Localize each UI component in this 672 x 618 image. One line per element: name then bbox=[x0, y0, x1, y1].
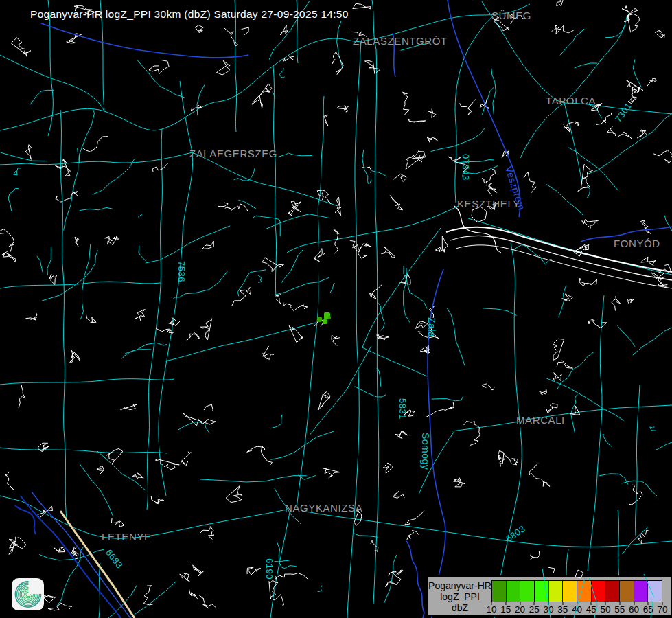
radar-basemap bbox=[0, 0, 672, 618]
legend-color-cell bbox=[605, 580, 620, 602]
legend-tick: 20 bbox=[515, 602, 525, 615]
legend-tick: 30 bbox=[543, 602, 553, 615]
legend-color-cell bbox=[534, 580, 549, 602]
legend-panel: Poganyvar-HR logZ_PPI dbZ 10152025303540… bbox=[427, 575, 672, 617]
legend-color-cell bbox=[634, 580, 649, 602]
legend-product-info: Poganyvar-HR logZ_PPI dbZ bbox=[428, 577, 491, 615]
main-road-network bbox=[0, 0, 672, 618]
legend-color-cells bbox=[491, 580, 662, 602]
legend-tick: 50 bbox=[600, 602, 610, 615]
legend-color-cell bbox=[548, 580, 564, 602]
settlement-outlines bbox=[0, 0, 672, 610]
legend-tick: 70 bbox=[657, 602, 667, 615]
legend-color-cell bbox=[520, 580, 535, 602]
legend-color-cell bbox=[619, 580, 634, 602]
legend-tick: 60 bbox=[629, 602, 639, 615]
legend-tick-labels: 10152025303540455055606570 bbox=[491, 602, 662, 616]
legend-color-cell bbox=[506, 580, 521, 602]
legend-color-scale: 10152025303540455055606570 bbox=[491, 577, 662, 615]
minor-road-network bbox=[1, 0, 672, 618]
balaton-shoreline bbox=[446, 206, 672, 288]
weather-service-spiral-logo bbox=[12, 578, 44, 610]
legend-color-cell bbox=[577, 580, 592, 602]
legend-tick: 10 bbox=[486, 602, 496, 615]
legend-tick: 25 bbox=[529, 602, 540, 615]
legend-tick: 40 bbox=[572, 602, 582, 615]
legend-color-cell bbox=[491, 580, 507, 602]
legend-color-cell bbox=[591, 580, 606, 602]
legend-product-type: logZ_PPI bbox=[428, 591, 491, 602]
national-border-line bbox=[60, 511, 135, 618]
legend-tick: 35 bbox=[557, 602, 568, 615]
radar-display: SÜMEGZALASZENTGRÓTTAPOLCAZALAEGERSZEGKES… bbox=[0, 0, 672, 618]
legend-tick: 45 bbox=[586, 602, 596, 615]
legend-color-cell bbox=[562, 580, 577, 602]
legend-tick: 65 bbox=[643, 602, 653, 615]
product-title: Poganyvar-HR logZ_PPI 30km (dbZ) Saturda… bbox=[30, 8, 349, 21]
legend-tick: 55 bbox=[614, 602, 625, 615]
spiral-icon bbox=[12, 578, 44, 610]
legend-tick: 15 bbox=[500, 602, 511, 615]
legend-radar-name: Poganyvar-HR bbox=[428, 580, 491, 591]
legend-color-cell bbox=[647, 580, 662, 602]
legend-unit: dbZ bbox=[428, 602, 491, 613]
